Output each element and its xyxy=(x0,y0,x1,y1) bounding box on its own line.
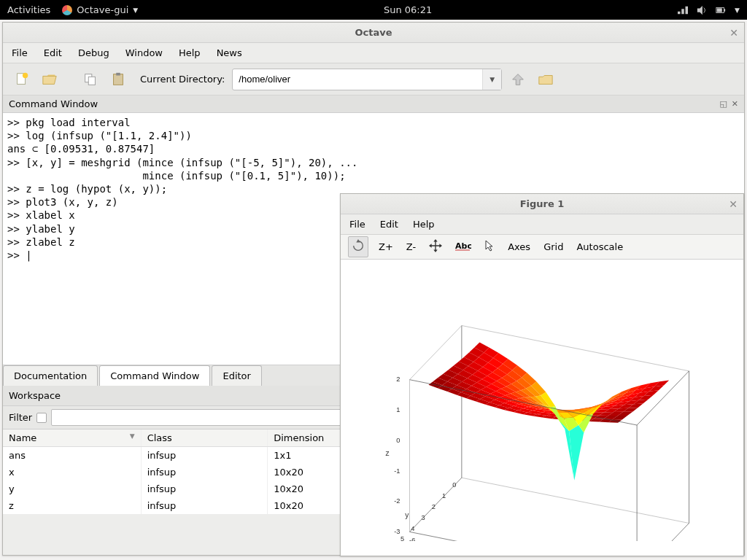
copy-button[interactable] xyxy=(79,68,102,91)
system-menu-chevron-icon[interactable]: ▼ xyxy=(735,7,740,14)
plot-canvas[interactable]: -3-2-1012z-6-4-20246x012345y xyxy=(341,260,743,556)
text-button[interactable]: Abc xyxy=(452,238,474,256)
svg-line-19 xyxy=(462,478,689,523)
zoom-in-button[interactable]: Z+ xyxy=(376,239,396,254)
rotate-button[interactable] xyxy=(348,236,368,257)
svg-text:Abc: Abc xyxy=(455,241,471,251)
paste-icon xyxy=(110,71,126,88)
command-window-pane-header: Command Window ◱ ✕ xyxy=(3,96,744,113)
figure-menu-edit[interactable]: Edit xyxy=(380,219,398,230)
figure-close-icon[interactable]: ✕ xyxy=(729,198,738,210)
menu-help[interactable]: Help xyxy=(179,47,201,58)
axes-button[interactable]: Axes xyxy=(505,239,533,254)
dir-up-button[interactable] xyxy=(506,68,530,91)
svg-rect-11 xyxy=(114,74,123,85)
filter-checkbox[interactable] xyxy=(36,413,47,423)
menu-edit[interactable]: Edit xyxy=(44,47,62,58)
svg-text:0: 0 xyxy=(452,481,456,489)
current-directory-input[interactable] xyxy=(233,74,482,85)
octave-logo-icon xyxy=(62,5,72,15)
volume-icon[interactable] xyxy=(697,5,707,15)
figure-menubar: File Edit Help xyxy=(341,214,743,235)
svg-rect-6 xyxy=(717,8,722,12)
svg-marker-14 xyxy=(433,239,437,242)
menu-news[interactable]: News xyxy=(217,47,242,58)
current-directory-label: Current Directory: xyxy=(140,74,225,85)
tab-documentation[interactable]: Documentation xyxy=(3,365,98,386)
new-script-button[interactable] xyxy=(10,68,34,91)
current-directory-combo[interactable]: ▼ xyxy=(232,69,502,90)
svg-text:-3: -3 xyxy=(394,528,400,535)
ws-col-class[interactable]: Class xyxy=(141,429,268,447)
clock[interactable]: Sun 06:21 xyxy=(138,4,678,15)
autoscale-button[interactable]: Autoscale xyxy=(573,239,626,254)
pan-button[interactable] xyxy=(426,237,445,257)
svg-text:0: 0 xyxy=(396,437,400,444)
svg-text:y: y xyxy=(405,511,409,519)
svg-line-226 xyxy=(637,524,689,541)
folder-open-icon xyxy=(42,71,58,88)
svg-text:-2: -2 xyxy=(394,497,400,505)
ws-col-name[interactable]: Name▼ xyxy=(3,429,141,447)
svg-line-225 xyxy=(409,532,637,541)
folder-icon xyxy=(538,71,554,88)
octave-title: Octave xyxy=(355,27,392,38)
octave-toolbar: Current Directory: ▼ xyxy=(3,63,744,96)
figure-window: Figure 1 ✕ File Edit Help Z+ Z- Abc Axes… xyxy=(340,193,744,556)
svg-text:-1: -1 xyxy=(394,467,400,475)
svg-rect-12 xyxy=(116,72,120,75)
zoom-out-button[interactable]: Z- xyxy=(403,239,419,254)
menu-file[interactable]: File xyxy=(12,47,28,58)
svg-rect-1 xyxy=(681,9,684,14)
svg-text:1: 1 xyxy=(396,406,400,413)
chevron-down-icon: ▼ xyxy=(133,7,138,14)
app-menu[interactable]: Octave-gui ▼ xyxy=(62,4,138,15)
activities-button[interactable]: Activities xyxy=(7,4,50,15)
text-icon: Abc xyxy=(455,240,471,252)
svg-text:-6: -6 xyxy=(409,537,415,541)
octave-menubar: File Edit Debug Window Help News xyxy=(3,43,744,63)
svg-text:5: 5 xyxy=(400,535,404,541)
open-folder-button[interactable] xyxy=(38,68,61,91)
up-arrow-icon xyxy=(510,71,526,88)
tab-editor[interactable]: Editor xyxy=(212,365,261,386)
svg-marker-13 xyxy=(356,239,360,243)
octave-titlebar[interactable]: Octave ✕ xyxy=(3,23,744,43)
select-button[interactable] xyxy=(481,238,498,256)
network-icon[interactable] xyxy=(678,5,688,15)
svg-text:2: 2 xyxy=(396,376,400,383)
browse-dir-button[interactable] xyxy=(534,68,557,91)
close-icon[interactable]: ✕ xyxy=(729,27,738,39)
app-menu-label: Octave-gui xyxy=(77,4,128,15)
menu-window[interactable]: Window xyxy=(125,47,163,58)
filter-input[interactable] xyxy=(51,409,343,426)
paste-button[interactable] xyxy=(107,68,130,91)
svg-text:1: 1 xyxy=(442,492,446,499)
svg-text:z: z xyxy=(386,449,390,457)
tab-command-window[interactable]: Command Window xyxy=(99,365,210,386)
copy-icon xyxy=(82,71,98,88)
svg-text:3: 3 xyxy=(421,514,425,521)
svg-text:4: 4 xyxy=(411,525,414,532)
battery-icon[interactable] xyxy=(716,5,726,15)
cursor-icon xyxy=(484,240,495,252)
svg-rect-5 xyxy=(724,9,725,12)
undock-button[interactable]: ◱ xyxy=(719,99,727,109)
command-window-label: Command Window xyxy=(9,98,98,109)
svg-rect-10 xyxy=(88,77,95,85)
gnome-top-bar: Activities Octave-gui ▼ Sun 06:21 ▼ xyxy=(0,0,747,20)
figure-menu-help[interactable]: Help xyxy=(413,219,435,230)
figure-title: Figure 1 xyxy=(520,198,565,209)
directory-dropdown-button[interactable]: ▼ xyxy=(482,69,501,90)
figure-titlebar[interactable]: Figure 1 ✕ xyxy=(341,194,743,214)
svg-point-8 xyxy=(23,72,28,77)
grid-button[interactable]: Grid xyxy=(541,239,566,254)
pane-close-button[interactable]: ✕ xyxy=(732,99,738,109)
figure-menu-file[interactable]: File xyxy=(349,219,365,230)
svg-text:2: 2 xyxy=(432,503,436,510)
menu-debug[interactable]: Debug xyxy=(78,47,109,58)
svg-rect-2 xyxy=(686,6,689,14)
svg-marker-16 xyxy=(429,244,432,247)
rotate-icon xyxy=(352,239,365,252)
filter-label: Filter xyxy=(9,412,32,423)
